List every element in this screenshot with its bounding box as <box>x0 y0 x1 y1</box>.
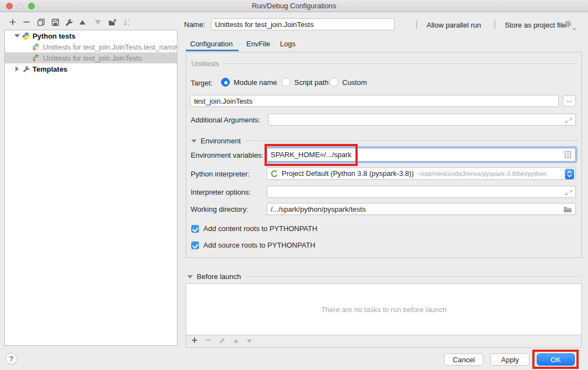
legend-divider <box>245 141 577 141</box>
cancel-button[interactable]: Cancel <box>444 353 483 366</box>
remove-configuration-button[interactable] <box>21 18 31 28</box>
title-bar[interactable]: Run/Debug Configurations <box>0 0 588 12</box>
pencil-icon <box>219 337 226 344</box>
python-test-icon <box>32 53 41 62</box>
apply-button[interactable]: Apply <box>490 353 530 366</box>
arrow-down-icon <box>94 19 101 27</box>
active-tab-underline <box>186 50 239 51</box>
radio-icon <box>221 78 230 87</box>
before-launch-task-list[interactable]: There are no tasks to run before launch <box>186 284 581 335</box>
working-directory-label: Working directory: <box>191 205 249 213</box>
interpreter-options-input-value[interactable] <box>271 188 565 196</box>
add-source-roots-checkbox[interactable]: Add source roots to PYTHONPATH <box>191 241 315 249</box>
allow-parallel-run-checkbox[interactable] <box>416 20 417 29</box>
copy-configuration-button[interactable] <box>36 18 46 28</box>
minus-icon <box>23 18 30 28</box>
gear-icon[interactable] <box>564 20 572 30</box>
tree-item-templates[interactable]: Templates <box>5 63 177 74</box>
conda-environment-icon <box>271 170 278 178</box>
environment-header-text: Environment <box>201 137 241 145</box>
radio-custom[interactable]: Custom <box>330 78 367 87</box>
python-interpreter-value: Project Default (Python 3.8 (pyspark-3.8… <box>282 169 414 178</box>
configurations-tree: Python tests Unittests for test_join.Joi… <box>4 30 177 346</box>
chevron-down-icon <box>191 140 197 143</box>
additional-arguments-input[interactable] <box>268 114 576 126</box>
chevron-down-icon[interactable] <box>13 31 21 40</box>
tree-item-unittest-jointests[interactable]: Unittests for test_join.JoinTests <box>5 52 177 63</box>
tab-configuration[interactable]: Configuration <box>190 40 233 48</box>
window-title: Run/Debug Configurations <box>0 2 588 10</box>
radio-icon <box>330 78 338 87</box>
run-debug-configurations-dialog: Run/Debug Configurations az Python tests <box>0 0 588 370</box>
interpreter-options-label: Interpreter options: <box>191 188 251 196</box>
dropdown-stepper-icon[interactable] <box>565 169 574 179</box>
tree-item-python-tests[interactable]: Python tests <box>5 30 177 41</box>
python-icon <box>21 31 30 40</box>
environment-variables-input-value[interactable] <box>271 151 564 159</box>
tree-item-label: Python tests <box>33 32 75 40</box>
working-directory-input-value[interactable] <box>271 205 563 213</box>
unittests-legend: Unittests <box>191 60 577 68</box>
browse-module-button[interactable]: ... <box>563 95 576 106</box>
python-test-icon <box>32 42 41 51</box>
environment-variables-input[interactable] <box>267 148 576 162</box>
help-button[interactable]: ? <box>6 353 17 364</box>
working-directory-input[interactable] <box>267 203 576 215</box>
environment-section-header[interactable]: Environment <box>191 137 577 145</box>
svg-text:z: z <box>128 22 130 26</box>
name-input-value[interactable] <box>215 20 391 29</box>
before-launch-toolbar <box>186 335 581 347</box>
tree-item-label: Templates <box>33 65 67 73</box>
add-content-roots-checkbox[interactable]: Add content roots to PYTHONPATH <box>191 224 317 233</box>
store-as-project-file-label: Store as project file <box>505 21 566 29</box>
add-content-roots-label: Add content roots to PYTHONPATH <box>203 224 317 233</box>
move-task-up-button[interactable] <box>233 337 239 345</box>
chevron-down-icon <box>572 24 576 33</box>
sort-az-icon: az <box>123 18 132 28</box>
add-task-button[interactable] <box>191 337 198 345</box>
radio-module-name-label: Module name <box>234 78 277 87</box>
plus-icon <box>9 18 17 28</box>
expand-icon[interactable] <box>565 116 572 124</box>
checkbox-icon <box>191 225 199 233</box>
sort-configurations-button[interactable]: az <box>122 18 132 28</box>
tree-item-unittest-narrow[interactable]: Unittests for test_join.JoinTests.test_n… <box>5 41 177 52</box>
target-label: Target: <box>191 79 213 87</box>
before-launch-section-header[interactable]: Before launch <box>187 272 582 281</box>
ok-button[interactable]: OK <box>537 353 575 366</box>
edit-task-button[interactable] <box>219 337 226 346</box>
legend-divider <box>245 276 582 277</box>
tab-envfile[interactable]: EnvFile <box>246 40 270 48</box>
python-interpreter-label: Python interpreter: <box>191 170 250 178</box>
save-configuration-button[interactable] <box>51 18 60 28</box>
radio-module-name[interactable]: Module name <box>221 78 277 87</box>
python-interpreter-path: ~/opt/miniconda3/envs/pyspark-3.8/bin/py… <box>417 170 547 177</box>
python-interpreter-select[interactable]: Project Default (Python 3.8 (pyspark-3.8… <box>267 167 576 180</box>
store-as-project-file-checkbox[interactable] <box>494 20 495 29</box>
move-down-button[interactable] <box>93 18 103 28</box>
expand-icon[interactable] <box>565 189 572 196</box>
module-name-input[interactable] <box>190 95 559 107</box>
remove-task-button[interactable] <box>205 337 212 345</box>
add-configuration-button[interactable] <box>8 18 17 28</box>
chevron-right-icon[interactable] <box>13 65 21 73</box>
additional-arguments-input-value[interactable] <box>272 116 565 124</box>
module-name-input-value[interactable] <box>194 97 555 105</box>
interpreter-options-input[interactable] <box>267 186 576 198</box>
wrench-icon <box>21 65 30 73</box>
radio-script-path-label: Script path <box>294 78 328 87</box>
radio-script-path[interactable]: Script path <box>282 78 328 87</box>
edit-templates-button[interactable] <box>64 18 73 28</box>
tab-logs[interactable]: Logs <box>280 40 295 48</box>
move-task-down-button[interactable] <box>246 337 252 345</box>
new-folder-button[interactable] <box>107 18 117 28</box>
browse-env-vars-icon[interactable] <box>564 151 572 159</box>
copy-icon <box>37 18 45 28</box>
move-up-button[interactable] <box>78 18 87 28</box>
svg-text:a: a <box>128 18 130 22</box>
help-question-mark: ? <box>9 355 14 363</box>
name-input[interactable] <box>211 18 395 30</box>
folder-icon[interactable] <box>563 206 572 213</box>
checkbox-icon <box>191 242 199 249</box>
tree-item-label: Unittests for test_join.JoinTests.test_n… <box>43 43 177 51</box>
